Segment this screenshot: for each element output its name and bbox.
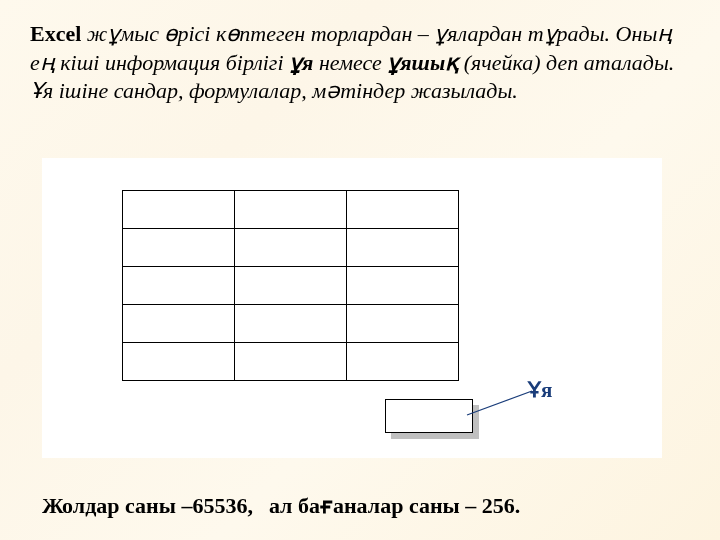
grid-cell: [235, 267, 347, 305]
para-text-2: немесе: [313, 50, 387, 75]
grid-cell: [347, 305, 459, 343]
grid-cell: [235, 229, 347, 267]
grid-cell: [235, 343, 347, 381]
table-row: [123, 267, 459, 305]
table-row: [123, 229, 459, 267]
cols-count: ал бағаналар саны – 256.: [269, 493, 520, 518]
intro-paragraph: Excel жұмыс өрісі көптеген торлардан – ұ…: [30, 20, 680, 106]
grid-cell: [123, 343, 235, 381]
grid-cell: [123, 305, 235, 343]
term-uyashyk: ұяшық: [387, 50, 458, 75]
cell-label: Ұя: [528, 378, 552, 403]
term-uya: ұя: [289, 50, 313, 75]
callout-cell: [385, 399, 473, 433]
table-row: [123, 343, 459, 381]
grid-cell: [347, 229, 459, 267]
rows-count: Жолдар саны –65536,: [42, 493, 253, 518]
grid-cell: [123, 191, 235, 229]
illustration-panel: Ұя: [42, 158, 662, 458]
grid-cell: [123, 267, 235, 305]
table-row: [123, 305, 459, 343]
grid-cell: [347, 191, 459, 229]
grid-cell: [347, 267, 459, 305]
grid-cell: [123, 229, 235, 267]
grid-table: [122, 190, 459, 381]
excel-term: Excel: [30, 21, 81, 46]
table-row: [123, 191, 459, 229]
grid-cell: [235, 305, 347, 343]
footer-line: Жолдар саны –65536,ал бағаналар саны – 2…: [42, 493, 520, 519]
grid-cell: [235, 191, 347, 229]
grid-cell: [347, 343, 459, 381]
